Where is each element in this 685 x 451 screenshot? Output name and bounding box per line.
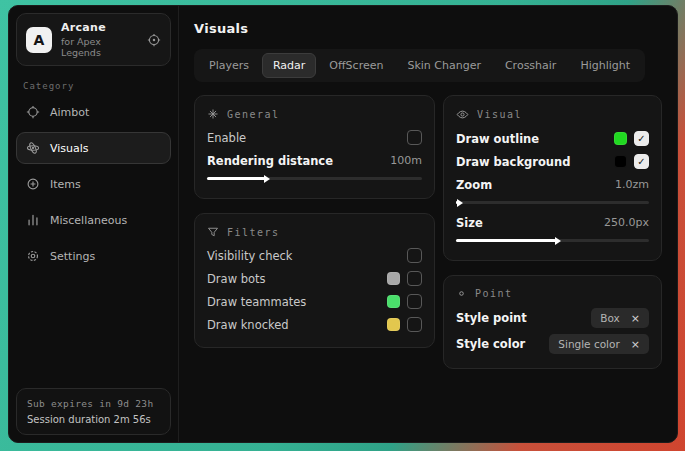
style-point-select[interactable]: Box ×: [591, 308, 649, 328]
panel-point: Point Style point Box × Style color: [443, 275, 662, 369]
tab-radar[interactable]: Radar: [262, 53, 316, 78]
zoom-value: 1.0zm: [615, 178, 649, 191]
draw-knocked-color-swatch[interactable]: [387, 318, 400, 331]
app-name: Arcane: [61, 21, 129, 34]
sidebar-nav: Aimbot Visuals: [16, 96, 171, 272]
row-rendering-distance: Rendering distance 100m: [207, 149, 422, 172]
slider-fill[interactable]: [207, 177, 265, 180]
rendering-distance-value: 100m: [390, 154, 422, 167]
sidebar-item-label: Items: [50, 178, 81, 191]
crosshair-icon: [26, 105, 40, 119]
main-panel: Visuals Players Radar OffScreen Skin Cha…: [179, 6, 677, 442]
tab-skin-changer[interactable]: Skin Changer: [396, 53, 492, 78]
style-color-select[interactable]: Single color ×: [549, 334, 649, 354]
row-size: Size 250.0px: [456, 211, 649, 234]
row-draw-background: Draw background: [456, 150, 649, 173]
session-duration-text: Session duration 2m 56s: [27, 414, 160, 425]
tab-bar: Players Radar OffScreen Skin Changer Cro…: [194, 49, 645, 82]
style-point-label: Style point: [456, 311, 527, 325]
row-style-color: Style color Single color ×: [456, 331, 649, 357]
draw-teammates-color-swatch[interactable]: [387, 295, 400, 308]
panel-filters-header: Filters: [207, 223, 422, 244]
brand-card: A Arcane for Apex Legends: [16, 13, 171, 66]
panel-visual: Visual Draw outline Draw background: [443, 95, 662, 261]
panel-general-header: General: [207, 105, 422, 126]
size-slider[interactable]: [456, 239, 649, 242]
sparkle-icon: [207, 108, 219, 120]
visibility-check-checkbox[interactable]: [407, 248, 422, 263]
sidebar-item-aimbot[interactable]: Aimbot: [16, 96, 171, 128]
row-style-point: Style point Box ×: [456, 305, 649, 331]
row-draw-outline: Draw outline: [456, 127, 649, 150]
sidebar: A Arcane for Apex Legends Category: [9, 6, 179, 442]
panel-visual-header: Visual: [456, 105, 649, 127]
rendering-distance-slider[interactable]: [207, 177, 422, 180]
atom-icon: [26, 141, 40, 155]
loot-icon: [26, 177, 40, 191]
row-draw-bots: Draw bots: [207, 267, 422, 290]
draw-bots-color-swatch[interactable]: [387, 272, 400, 285]
sidebar-item-label: Miscellaneous: [50, 214, 127, 227]
brand-text: Arcane for Apex Legends: [61, 21, 129, 58]
row-zoom: Zoom 1.0zm: [456, 173, 649, 196]
panel-point-header: Point: [456, 285, 649, 305]
draw-bots-checkbox[interactable]: [407, 271, 422, 286]
target-icon[interactable]: [147, 33, 161, 47]
remove-icon[interactable]: ×: [631, 339, 640, 350]
zoom-label: Zoom: [456, 178, 492, 192]
desktop-background: A Arcane for Apex Legends Category: [0, 0, 685, 451]
slider-fill[interactable]: [456, 201, 458, 204]
filter-icon: [207, 226, 219, 238]
eye-icon: [456, 108, 469, 121]
sidebar-category-label: Category: [23, 81, 164, 91]
tab-highlight[interactable]: Highlight: [569, 53, 641, 78]
row-visibility-check: Visibility check: [207, 244, 422, 267]
sidebar-item-miscellaneous[interactable]: Miscellaneous: [16, 204, 171, 236]
row-draw-teammates: Draw teammates: [207, 290, 422, 313]
app-subtitle: for Apex Legends: [61, 36, 129, 58]
app-window: A Arcane for Apex Legends Category: [8, 5, 678, 443]
row-enable: Enable: [207, 126, 422, 149]
tab-offscreen[interactable]: OffScreen: [318, 53, 394, 78]
draw-outline-color-swatch[interactable]: [614, 132, 627, 145]
page-title: Visuals: [194, 21, 662, 36]
panel-filters: Filters Visibility check Draw bots: [194, 213, 435, 348]
enable-checkbox[interactable]: [407, 130, 422, 145]
size-value: 250.0px: [604, 216, 649, 229]
sidebar-item-label: Aimbot: [50, 106, 89, 119]
tab-crosshair[interactable]: Crosshair: [494, 53, 567, 78]
panel-general: General Enable Rendering distance 100m: [194, 95, 435, 199]
sidebar-item-visuals[interactable]: Visuals: [16, 132, 171, 164]
sidebar-item-items[interactable]: Items: [16, 168, 171, 200]
size-label: Size: [456, 216, 483, 230]
session-card: Sub expires in 9d 23h Session duration 2…: [16, 388, 171, 435]
draw-knocked-checkbox[interactable]: [407, 317, 422, 332]
gear-icon: [26, 249, 40, 263]
dot-icon: [456, 288, 467, 299]
tab-players[interactable]: Players: [198, 53, 260, 78]
app-logo: A: [26, 27, 52, 53]
style-point-value: Box: [600, 312, 620, 324]
enable-label: Enable: [207, 131, 246, 145]
sub-expiry-text: Sub expires in 9d 23h: [27, 398, 160, 409]
sidebar-item-settings[interactable]: Settings: [16, 240, 171, 272]
zoom-slider[interactable]: [456, 201, 649, 204]
sidebar-item-label: Visuals: [50, 142, 89, 155]
remove-icon[interactable]: ×: [631, 313, 640, 324]
style-color-label: Style color: [456, 337, 525, 351]
sidebar-item-label: Settings: [50, 250, 95, 263]
draw-outline-checkbox[interactable]: [634, 131, 649, 146]
content-area: General Enable Rendering distance 100m: [194, 95, 662, 369]
bars-icon: [26, 213, 40, 227]
draw-background-color-swatch[interactable]: [614, 155, 627, 168]
style-color-value: Single color: [558, 338, 619, 350]
rendering-distance-label: Rendering distance: [207, 154, 333, 168]
draw-teammates-checkbox[interactable]: [407, 294, 422, 309]
draw-background-checkbox[interactable]: [634, 154, 649, 169]
row-draw-knocked: Draw knocked: [207, 313, 422, 336]
slider-fill[interactable]: [456, 239, 556, 242]
